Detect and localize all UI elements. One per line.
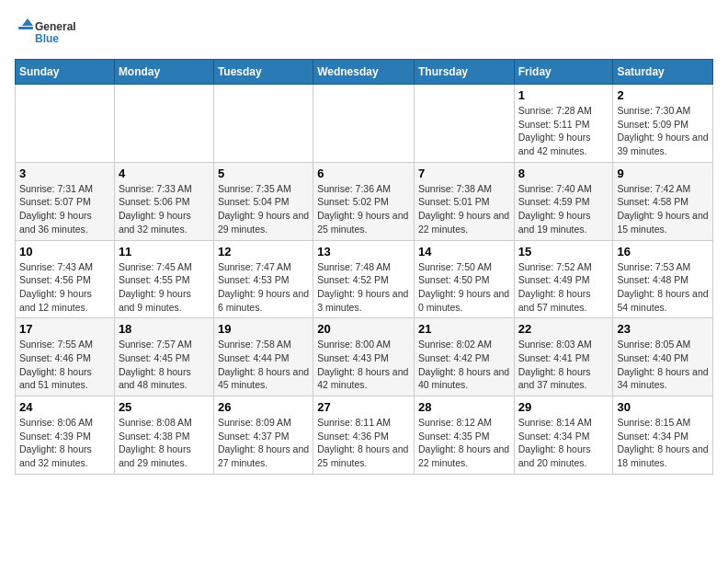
day-info: Sunrise: 7:35 AM Sunset: 5:04 PM Dayligh… [218,182,309,236]
day-number: 20 [317,322,410,336]
week-row-2: 3Sunrise: 7:31 AM Sunset: 5:07 PM Daylig… [16,162,713,240]
day-number: 10 [19,245,110,259]
day-info: Sunrise: 8:02 AM Sunset: 4:42 PM Dayligh… [418,338,510,392]
day-number: 9 [617,167,709,180]
day-number: 13 [317,245,410,259]
calendar-cell: 20Sunrise: 8:00 AM Sunset: 4:43 PM Dayli… [313,318,415,396]
calendar-cell [414,85,514,163]
day-info: Sunrise: 7:48 AM Sunset: 4:52 PM Dayligh… [317,260,410,315]
day-number: 18 [119,322,210,336]
day-info: Sunrise: 8:00 AM Sunset: 4:43 PM Dayligh… [317,338,410,392]
calendar-cell: 16Sunrise: 7:53 AM Sunset: 4:48 PM Dayli… [613,240,713,318]
week-row-5: 24Sunrise: 8:06 AM Sunset: 4:39 PM Dayli… [16,396,713,475]
day-number: 27 [317,400,410,414]
day-number: 21 [418,322,510,336]
calendar-cell: 26Sunrise: 8:09 AM Sunset: 4:37 PM Dayli… [213,396,313,475]
day-info: Sunrise: 8:08 AM Sunset: 4:38 PM Dayligh… [119,416,210,470]
svg-marker-2 [22,18,33,26]
day-number: 14 [418,245,510,259]
day-info: Sunrise: 7:30 AM Sunset: 5:09 PM Dayligh… [617,104,709,158]
weekday-header-saturday: Saturday [613,60,713,85]
day-number: 15 [518,245,609,259]
weekday-header-monday: Monday [114,60,213,85]
day-number: 25 [119,400,210,414]
weekday-header-thursday: Thursday [414,60,514,85]
day-info: Sunrise: 7:55 AM Sunset: 4:46 PM Dayligh… [19,338,110,392]
calendar-cell: 29Sunrise: 8:14 AM Sunset: 4:34 PM Dayli… [514,396,613,475]
calendar: SundayMondayTuesdayWednesdayThursdayFrid… [15,59,713,475]
calendar-cell: 10Sunrise: 7:43 AM Sunset: 4:56 PM Dayli… [16,240,115,318]
day-number: 22 [518,322,609,336]
day-info: Sunrise: 8:14 AM Sunset: 4:34 PM Dayligh… [518,416,609,470]
day-number: 19 [218,322,309,336]
logo: General Blue [15,15,79,52]
day-info: Sunrise: 7:33 AM Sunset: 5:06 PM Dayligh… [119,182,210,236]
calendar-cell: 6Sunrise: 7:36 AM Sunset: 5:02 PM Daylig… [313,162,415,240]
calendar-cell: 27Sunrise: 8:11 AM Sunset: 4:36 PM Dayli… [313,396,415,475]
calendar-cell: 21Sunrise: 8:02 AM Sunset: 4:42 PM Dayli… [414,318,514,396]
day-info: Sunrise: 7:28 AM Sunset: 5:11 PM Dayligh… [518,104,609,158]
day-info: Sunrise: 8:09 AM Sunset: 4:37 PM Dayligh… [218,416,309,470]
day-number: 5 [218,167,309,180]
calendar-cell: 3Sunrise: 7:31 AM Sunset: 5:07 PM Daylig… [16,162,115,240]
day-info: Sunrise: 7:50 AM Sunset: 4:50 PM Dayligh… [418,260,510,315]
calendar-cell: 11Sunrise: 7:45 AM Sunset: 4:55 PM Dayli… [114,240,213,318]
weekday-header-row: SundayMondayTuesdayWednesdayThursdayFrid… [16,60,713,85]
day-number: 24 [19,400,110,414]
svg-rect-3 [18,27,33,29]
calendar-cell [313,85,415,163]
calendar-cell: 2Sunrise: 7:30 AM Sunset: 5:09 PM Daylig… [613,85,713,163]
calendar-cell: 18Sunrise: 7:57 AM Sunset: 4:45 PM Dayli… [114,318,213,396]
day-number: 28 [418,400,510,414]
day-info: Sunrise: 7:36 AM Sunset: 5:02 PM Dayligh… [317,182,410,236]
day-info: Sunrise: 8:12 AM Sunset: 4:35 PM Dayligh… [418,416,510,470]
day-info: Sunrise: 7:52 AM Sunset: 4:49 PM Dayligh… [518,260,609,315]
calendar-cell: 28Sunrise: 8:12 AM Sunset: 4:35 PM Dayli… [414,396,514,475]
calendar-cell: 9Sunrise: 7:42 AM Sunset: 4:58 PM Daylig… [613,162,713,240]
day-info: Sunrise: 8:05 AM Sunset: 4:40 PM Dayligh… [617,338,709,392]
day-info: Sunrise: 7:47 AM Sunset: 4:53 PM Dayligh… [218,260,309,315]
day-info: Sunrise: 7:45 AM Sunset: 4:55 PM Dayligh… [119,260,210,315]
day-number: 12 [218,245,309,259]
day-number: 17 [19,322,110,336]
day-number: 1 [518,88,609,102]
day-info: Sunrise: 8:03 AM Sunset: 4:41 PM Dayligh… [518,338,609,392]
calendar-cell: 30Sunrise: 8:15 AM Sunset: 4:34 PM Dayli… [613,396,713,475]
calendar-cell: 8Sunrise: 7:40 AM Sunset: 4:59 PM Daylig… [514,162,613,240]
svg-text:Blue: Blue [35,32,59,45]
week-row-4: 17Sunrise: 7:55 AM Sunset: 4:46 PM Dayli… [16,318,713,396]
day-number: 11 [119,245,210,259]
day-number: 2 [617,88,709,102]
svg-text:General: General [35,20,76,33]
calendar-cell [114,85,213,163]
logo-svg: General Blue [15,15,79,52]
calendar-cell: 22Sunrise: 8:03 AM Sunset: 4:41 PM Dayli… [514,318,613,396]
day-number: 26 [218,400,309,414]
day-info: Sunrise: 7:38 AM Sunset: 5:01 PM Dayligh… [418,182,510,236]
calendar-cell [213,85,313,163]
day-info: Sunrise: 7:43 AM Sunset: 4:56 PM Dayligh… [19,260,110,315]
day-number: 8 [518,167,609,180]
day-info: Sunrise: 7:31 AM Sunset: 5:07 PM Dayligh… [19,182,110,236]
calendar-cell: 4Sunrise: 7:33 AM Sunset: 5:06 PM Daylig… [114,162,213,240]
day-number: 4 [119,167,210,180]
day-info: Sunrise: 7:40 AM Sunset: 4:59 PM Dayligh… [518,182,609,236]
day-number: 3 [19,167,110,180]
day-number: 16 [617,245,709,259]
weekday-header-wednesday: Wednesday [313,60,415,85]
calendar-cell: 12Sunrise: 7:47 AM Sunset: 4:53 PM Dayli… [213,240,313,318]
weekday-header-friday: Friday [514,60,613,85]
day-number: 7 [418,167,510,180]
header: General Blue [15,15,713,52]
calendar-cell: 19Sunrise: 7:58 AM Sunset: 4:44 PM Dayli… [213,318,313,396]
calendar-cell: 24Sunrise: 8:06 AM Sunset: 4:39 PM Dayli… [16,396,115,475]
calendar-cell: 7Sunrise: 7:38 AM Sunset: 5:01 PM Daylig… [414,162,514,240]
day-info: Sunrise: 8:06 AM Sunset: 4:39 PM Dayligh… [19,416,110,470]
calendar-cell: 23Sunrise: 8:05 AM Sunset: 4:40 PM Dayli… [613,318,713,396]
week-row-3: 10Sunrise: 7:43 AM Sunset: 4:56 PM Dayli… [16,240,713,318]
calendar-cell: 1Sunrise: 7:28 AM Sunset: 5:11 PM Daylig… [514,85,613,163]
calendar-cell: 17Sunrise: 7:55 AM Sunset: 4:46 PM Dayli… [16,318,115,396]
calendar-cell: 5Sunrise: 7:35 AM Sunset: 5:04 PM Daylig… [213,162,313,240]
weekday-header-tuesday: Tuesday [213,60,313,85]
weekday-header-sunday: Sunday [16,60,115,85]
